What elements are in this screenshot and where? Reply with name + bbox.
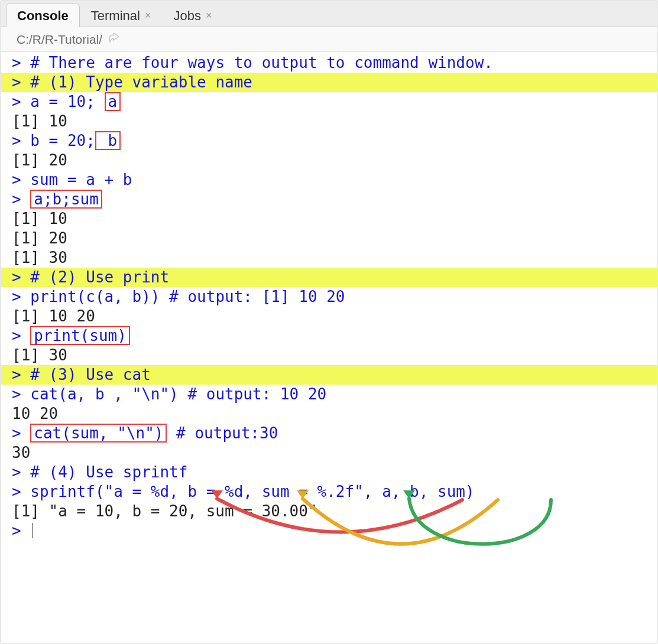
console-output-line: 10 20	[1, 404, 657, 424]
output-text: [1] 30	[12, 249, 67, 266]
console-output-line: [1] "a = 10, b = 20, sum = 30.00"	[1, 502, 657, 521]
highlighted-code: a;b;sum	[30, 190, 102, 209]
console-input-line: > cat(sum, "\n") # output:30	[1, 424, 657, 443]
workdir-bar: C:/R/R-Tutorial/	[1, 27, 657, 52]
console-input-line: > sum = a + b	[1, 170, 657, 190]
tab-label: Terminal	[91, 8, 140, 24]
code-text: # output:30	[167, 424, 278, 442]
output-text: [1] 20	[12, 229, 67, 247]
output-text: [1] 10 20	[12, 307, 95, 325]
console-input-line: > # (3) Use cat	[1, 365, 657, 385]
close-icon[interactable]: ×	[206, 9, 212, 22]
tab-console[interactable]: Console	[6, 4, 80, 27]
close-icon[interactable]: ×	[145, 9, 151, 22]
console-input-line: > a;b;sum	[1, 190, 657, 209]
console-output-line: [1] 30	[1, 248, 657, 268]
code-text: cat(a, b , "\n") # output: 10 20	[30, 385, 326, 403]
console-pane: ConsoleTerminal×Jobs× C:/R/R-Tutorial/ I…	[1, 1, 657, 643]
output-text: [1] 10	[12, 112, 67, 130]
console-input-line: > print(sum)	[1, 326, 657, 346]
prompt-symbol: >	[12, 327, 30, 344]
console-output-line: [1] 30	[1, 346, 657, 365]
console-output-line: [1] 20	[1, 229, 657, 248]
prompt-symbol: >	[12, 522, 30, 539]
output-text: [1] "a = 10, b = 20, sum = 30.00"	[12, 502, 317, 520]
prompt-symbol: >	[12, 171, 30, 188]
input-cursor	[33, 523, 33, 538]
console-output-line: [1] 10 20	[1, 307, 657, 326]
output-text: 30	[12, 444, 30, 461]
highlighted-code: print(sum)	[30, 326, 130, 345]
console-input-line: > b = 20; b	[1, 131, 657, 151]
code-text: # There are four ways to output to comma…	[30, 54, 493, 71]
prompt-symbol: >	[12, 93, 30, 110]
console-input-line: > # There are four ways to output to com…	[1, 53, 657, 73]
console-input-line: > cat(a, b , "\n") # output: 10 20	[1, 385, 657, 404]
console-output-line: [1] 20	[1, 151, 657, 170]
code-text: print(c(a, b)) # output: [1] 10 20	[30, 288, 345, 305]
highlighted-code: b	[95, 131, 121, 150]
code-text: a = 10;	[30, 93, 104, 110]
console-input-line: >	[1, 521, 657, 541]
tab-label: Console	[17, 8, 69, 24]
output-text: [1] 20	[12, 151, 67, 169]
code-text: sum = a + b	[30, 171, 132, 188]
code-text: # (4) Use sprintf	[30, 463, 187, 481]
prompt-symbol: >	[12, 424, 30, 442]
prompt-symbol: >	[12, 463, 30, 481]
console-input-line: > a = 10; a	[1, 92, 657, 112]
output-text: [1] 30	[12, 346, 67, 364]
highlighted-code: a	[105, 92, 121, 111]
console-input-line: > # (2) Use print	[1, 268, 657, 287]
prompt-symbol: >	[12, 366, 30, 383]
tab-label: Jobs	[173, 8, 200, 24]
tab-terminal[interactable]: Terminal×	[80, 4, 163, 27]
code-text: # (1) Type variable name	[30, 73, 252, 91]
code-text: # (2) Use print	[30, 268, 169, 286]
prompt-symbol: >	[12, 268, 30, 286]
output-text: 10 20	[12, 405, 58, 422]
prompt-symbol: >	[12, 190, 30, 208]
console-input-line: > print(c(a, b)) # output: [1] 10 20	[1, 287, 657, 307]
prompt-symbol: >	[12, 385, 30, 403]
prompt-symbol: >	[12, 73, 30, 91]
console-input-line: > # (1) Type variable name	[1, 73, 657, 92]
prompt-symbol: >	[12, 288, 30, 305]
code-text: # (3) Use cat	[30, 366, 151, 383]
code-text: sprintf("a = %d, b = %d, sum = %.2f", a,…	[30, 483, 474, 500]
tab-jobs[interactable]: Jobs×	[162, 4, 223, 27]
share-icon[interactable]	[108, 32, 120, 47]
prompt-symbol: >	[12, 483, 30, 500]
console-input-line: > # (4) Use sprintf	[1, 463, 657, 482]
prompt-symbol: >	[12, 54, 30, 71]
highlighted-code: cat(sum, "\n")	[30, 424, 167, 443]
output-text: [1] 10	[12, 210, 67, 227]
tabbar: ConsoleTerminal×Jobs×	[1, 1, 657, 27]
prompt-symbol: >	[12, 132, 30, 149]
console-output[interactable]: I > # There are four ways to output to c…	[1, 53, 657, 643]
console-input-line: > sprintf("a = %d, b = %d, sum = %.2f", …	[1, 482, 657, 502]
console-output-line: [1] 10	[1, 209, 657, 229]
workdir-path: C:/R/R-Tutorial/	[17, 32, 102, 47]
console-output-line: [1] 10	[1, 112, 657, 131]
console-output-line: 30	[1, 443, 657, 463]
code-text: b = 20;	[30, 132, 95, 149]
